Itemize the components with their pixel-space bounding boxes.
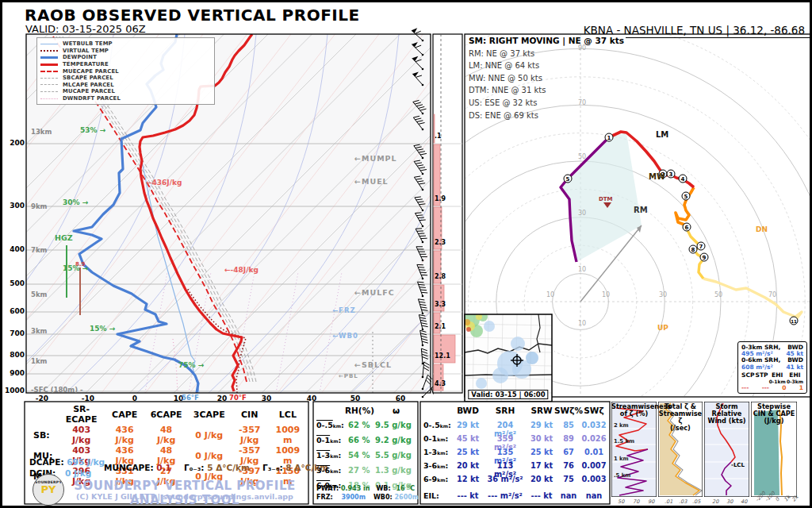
legend-line-swatch [40,50,58,52]
legend-line-swatch [40,78,58,79]
storm-motion-line: RM: NE @ 37 kts [469,49,624,58]
storm-motion-info: SM: RIGHT MOVING | NE @ 37 kts RM: NE @ … [469,36,624,120]
mini-chart-xtick: .05 [692,498,700,505]
storm-motion-line: MW: NNE @ 50 kts [469,74,624,83]
mini-chart-ylabel: 2 km [614,422,629,429]
legend-item: DWNDRFT PARCEL [40,95,211,102]
mini-chart-xtick: 90 [648,498,654,505]
mini-chart-xtick: 30 [726,498,733,505]
legend-line-swatch [40,84,58,85]
legend-line-swatch [40,56,58,59]
sounderpy-figure: 512345678911 RAOB OBSERVED VERTICAL PROF… [0,0,812,508]
storm-motion-title: SM: RIGHT MOVING | NE @ 37 kts [469,36,624,45]
legend-item: DEWPOINT [40,54,211,61]
legend-item: TEMPERATURE [40,61,211,68]
storm-motion-line: US: ESE @ 32 kts [469,98,624,107]
mini-chart-xtick: 0 [774,496,781,503]
srh-bwd-inset-box: 0-3km SRH,BWD495 m²/s²45 kt0-6km SRH,BWD… [737,341,807,394]
legend-line-swatch [40,71,58,72]
legend-label: DEWPOINT [63,54,97,60]
legend-label: MLCAPE PARCEL [63,82,114,88]
storm-motion-line: DTM: NNE @ 31 kts [469,86,624,94]
storm-motion-line: DS: ENE @ 69 kts [469,111,624,120]
mini-chart-title: Storm RelativeWind (kts) [704,403,749,425]
mini-chart-title: Streamwisenessof ζ (%) [611,403,657,418]
legend-item: MUCAPE PARCEL [40,88,211,95]
legend-item: WETBULB TEMP [40,40,211,48]
legend-label: VIRTUAL TEMP [63,48,109,54]
storm-motion-lines: RM: NE @ 37 ktsLM: NNE @ 64 ktsMW: NNE @… [469,49,624,120]
mini-chart-xtick: 50 [618,498,624,505]
mini-chart-ylabel: 1 km [614,456,629,462]
mini-chart-xtick: 20 [712,498,718,505]
legend-item: SBCAPE PARCEL [40,75,211,82]
mini-chart-xtick: 40 [741,498,747,505]
legend-line-swatch [40,98,58,99]
legend-item: MUECAPE PARCEL [40,67,211,75]
legend-label: DWNDRFT PARCEL [63,95,121,102]
legend-label: WETBULB TEMP [63,40,113,47]
legend-label: MUCAPE PARCEL [63,88,115,94]
legend-label: TEMPERATURE [63,61,109,67]
mini-chart-ylabel: 1.5 km [614,438,634,444]
mini-chart-xtick: .03 [679,498,687,505]
mini-chart-title: StepwiseCIN & CAPE(J/kg) [751,403,797,425]
legend-label: MUECAPE PARCEL [63,68,119,75]
legend-item: VIRTUAL TEMP [40,48,211,55]
lcl-label: -LCL [731,462,745,468]
legend-label: SBCAPE PARCEL [63,75,113,81]
mini-chart-xtick: 70 [633,498,639,505]
legend-line-swatch [40,44,58,44]
mini-chart-ylabel: .5 km [614,472,630,479]
storm-motion-line: LM: NNE @ 64 kts [469,61,624,70]
mini-chart-title: Total ζ &Streamwise ζ(/sec) [658,403,703,432]
inset-row: 608 m²/s²41 kt [741,364,803,371]
legend-item: MLCAPE PARCEL [40,82,211,89]
mini-chart-xtick: .01 [665,498,672,505]
skewt-legend: WETBULB TEMPVIRTUAL TEMPDEWPOINTTEMPERAT… [36,37,215,105]
legend-line-swatch [40,91,58,92]
legend-line-swatch [40,64,58,66]
